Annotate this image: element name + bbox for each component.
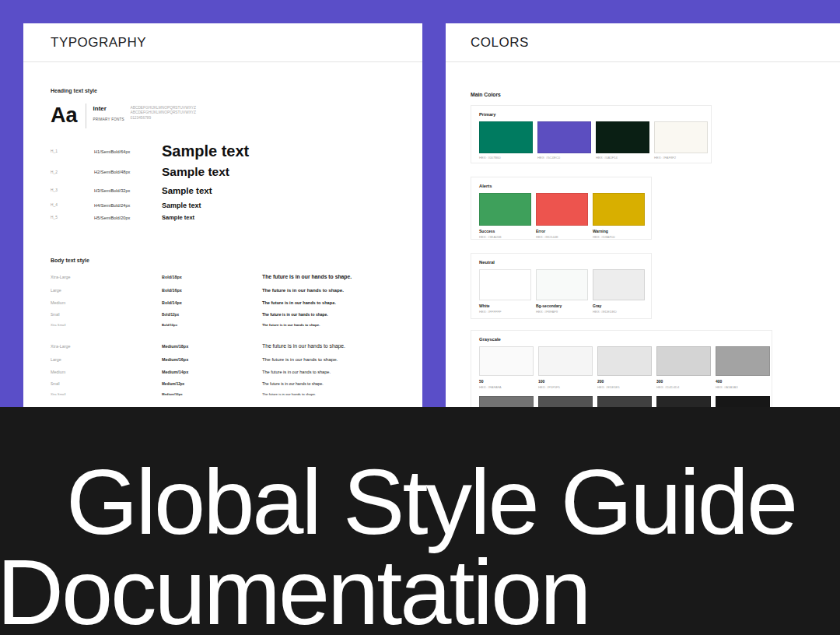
- color-swatch: [593, 269, 645, 300]
- body-row: Medium Medium/14px The future is in our …: [51, 366, 399, 378]
- body-spec: Bold/10px: [162, 323, 262, 327]
- color-swatch: [479, 121, 533, 153]
- body-group-medium: Xtra-Large Medium/18px The future is in …: [51, 339, 399, 399]
- typography-panel-title: TYPOGRAPHY: [51, 35, 146, 51]
- body-sample: The future is in our hands to shape.: [262, 356, 338, 362]
- body-sample: The future is in our hands to shape.: [262, 370, 331, 374]
- color-swatch: [654, 121, 708, 153]
- color-swatch: [538, 346, 593, 376]
- body-section-label: Body text style: [51, 258, 399, 263]
- poster-title-line-1: Global Style Guide: [66, 455, 796, 548]
- body-size-name: Large: [51, 357, 162, 362]
- body-row: Xtra Small Bold/10px The future is in ou…: [51, 320, 399, 330]
- neutral-swatch-row: White HEX: #FFFFFF Bg-secondary HEX: #F8…: [479, 269, 643, 314]
- primary-swatch-row: HEX: #007B60 HEX: #5C4EC0 HEX: #0A1F14 H…: [479, 121, 703, 160]
- heading-ref: H_4: [51, 203, 94, 207]
- alphabet-block: ABCDEFGHIJKLMNOPQRSTUVWXYZ ABCDEFGHIJKLM…: [131, 103, 197, 121]
- swatch-hex: HEX: #FAF8F2: [654, 156, 708, 160]
- body-spec: Bold/18px: [162, 275, 262, 279]
- body-row: Xtra-Large Bold/18px The future is in ou…: [51, 270, 399, 283]
- alerts-swatch-row: Success HEX: #3EA05B Error HEX: #ED544E …: [479, 193, 643, 239]
- color-swatch: [596, 121, 649, 153]
- numerals-line: 0123456789: [131, 116, 197, 121]
- body-row: Medium Bold/14px The future is in our ha…: [51, 296, 399, 309]
- color-swatch-cell: Success HEX: #3EA05B: [479, 193, 531, 239]
- swatch-name: Error: [536, 229, 588, 233]
- body-size-name: Small: [51, 313, 162, 317]
- colors-panel-body: Main Colors Primary HEX: #007B60 HEX: #5…: [446, 92, 840, 439]
- swatch-hex: HEX: #0A1F14: [596, 156, 649, 160]
- swatch-hex: HEX: #3EA05B: [479, 235, 531, 239]
- body-sample: The future is in our hands to shape.: [262, 312, 328, 317]
- heading-sample: Sample text: [162, 186, 212, 195]
- body-row: Large Bold/16px The future is in our han…: [51, 283, 399, 296]
- swatch-hex: HEX: #ED544E: [536, 235, 588, 239]
- color-swatch: [479, 346, 534, 376]
- body-size-name: Xtra-Large: [51, 275, 162, 279]
- swatch-hex: HEX: #A3A3A3: [716, 385, 770, 389]
- swatch-hex: HEX: #D4D4D4: [656, 385, 711, 389]
- colors-panel-title: COLORS: [471, 35, 529, 51]
- neutral-label: Neutral: [479, 260, 643, 265]
- swatch-name: Gray: [593, 303, 645, 308]
- body-size-name: Small: [51, 382, 162, 386]
- poster-title-line-2: Documentation: [0, 546, 589, 635]
- font-specimen: Aa Inter PRIMARY FONTS ABCDEFGHIJKLMNOPQ…: [51, 103, 399, 128]
- heading-spec: H3/SemiBold/32px: [94, 188, 162, 193]
- swatch-name: 50: [479, 379, 534, 384]
- body-row: Small Bold/12px The future is in our han…: [51, 309, 399, 320]
- color-swatch-cell: 400 HEX: #A3A3A3: [716, 346, 770, 389]
- swatch-hex: HEX: #F8FAF9: [536, 310, 588, 314]
- swatch-hex: HEX: #FFFFFF: [479, 310, 531, 314]
- color-swatch-cell: Bg-secondary HEX: #F8FAF9: [536, 269, 588, 314]
- body-spec: Medium/14px: [162, 370, 262, 374]
- swatch-name: 100: [538, 379, 593, 384]
- body-row: Xtra Small Medium/10px The future is in …: [51, 389, 399, 399]
- color-swatch-cell: Gray HEX: #EDEDED: [593, 269, 645, 314]
- alerts-label: Alerts: [479, 184, 643, 188]
- heading-ref: H_2: [51, 170, 94, 174]
- color-swatch: [656, 346, 711, 376]
- grayscale-row-1: 50 HEX: #FAFAFA 100 HEX: #F5F5F5 200 HEX…: [479, 346, 764, 389]
- swatch-hex: HEX: #D8AF00: [593, 235, 645, 239]
- color-swatch: [716, 346, 770, 376]
- heading-spec: H4/SemiBold/24px: [94, 203, 162, 208]
- font-meta: Inter PRIMARY FONTS: [93, 103, 128, 121]
- title-band: Global Style Guide Documentation: [0, 407, 840, 635]
- color-swatch-cell: 50 HEX: #FAFAFA: [479, 346, 534, 389]
- body-row: Small Medium/12px The future is in our h…: [51, 378, 399, 389]
- heading-row-h1: H_1 H1/SemiBold/64px Sample text: [51, 141, 399, 162]
- typography-panel-header: TYPOGRAPHY: [23, 23, 422, 62]
- swatch-name: 400: [716, 379, 770, 384]
- color-swatch: [536, 269, 588, 300]
- heading-sample: Sample text: [162, 165, 229, 179]
- body-sample: The future is in our hands to shape.: [262, 343, 345, 349]
- body-row: Xtra-Large Medium/18px The future is in …: [51, 339, 399, 353]
- body-size-name: Large: [51, 288, 162, 293]
- heading-sample: Sample text: [162, 214, 194, 221]
- heading-spec: H1/SemiBold/64px: [94, 149, 162, 154]
- colors-panel-header: COLORS: [446, 23, 840, 62]
- swatch-hex: HEX: #F5F5F5: [538, 385, 593, 389]
- heading-section-label: Heading text style: [51, 88, 399, 93]
- color-swatch: [597, 346, 652, 376]
- heading-row-h3: H_3 H3/SemiBold/32px Sample text: [51, 182, 399, 198]
- swatch-name: Warning: [593, 229, 645, 233]
- swatch-name: 200: [597, 379, 652, 384]
- color-swatch-cell: Warning HEX: #D8AF00: [593, 193, 645, 239]
- heading-row-h5: H_5 H5/SemiBold/20px Sample text: [51, 212, 399, 223]
- body-sample: The future is in our hands to shape.: [262, 381, 324, 386]
- heading-spec: H5/SemiBold/20px: [94, 216, 162, 220]
- color-swatch: [593, 193, 645, 226]
- swatch-name: 300: [656, 379, 711, 384]
- body-spec: Medium/18px: [162, 344, 262, 349]
- heading-sample: Sample text: [162, 142, 249, 160]
- grayscale-label: Grayscale: [479, 337, 764, 342]
- swatch-hex: HEX: #5C4EC0: [537, 156, 591, 160]
- body-spec: Bold/16px: [162, 288, 262, 293]
- body-spec: Medium/16px: [162, 357, 262, 362]
- primary-color-card: Primary HEX: #007B60 HEX: #5C4EC0 HEX: #…: [471, 105, 712, 163]
- swatch-name: White: [479, 303, 531, 308]
- body-row: Large Medium/16px The future is in our h…: [51, 353, 399, 366]
- body-size-name: Xtra Small: [51, 392, 162, 396]
